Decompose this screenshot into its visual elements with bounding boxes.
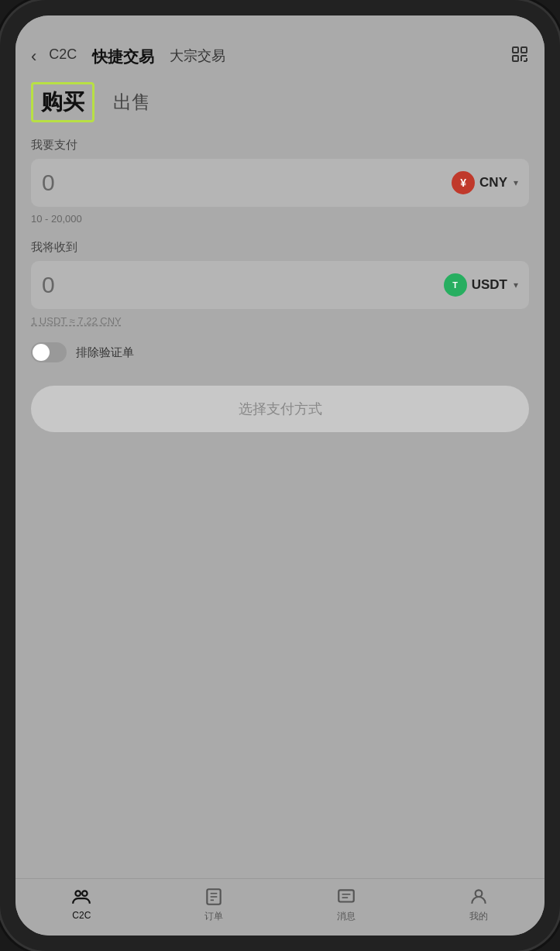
svg-point-16 xyxy=(475,890,482,897)
bottom-nav-profile-label: 我的 xyxy=(469,910,488,923)
tab-buy[interactable]: 购买 xyxy=(31,82,94,122)
bottom-nav: C2C 订单 消息 xyxy=(15,878,545,936)
tab-quick-trade[interactable]: 快捷交易 xyxy=(92,46,154,67)
cny-name: CNY xyxy=(479,175,507,191)
main-content: 购买 出售 我要支付 0 ¥ CNY ▾ 10 - 20,000 我将收到 0 xyxy=(15,74,545,878)
profile-icon xyxy=(469,887,489,907)
receive-input-row[interactable]: 0 T USDT ▾ xyxy=(31,261,529,309)
cny-currency-selector[interactable]: ¥ CNY ▾ xyxy=(452,171,518,194)
toggle-row: 排除验证单 xyxy=(31,342,529,362)
receive-section-label: 我将收到 xyxy=(31,240,529,255)
pay-section-label: 我要支付 xyxy=(31,138,529,153)
nav-tabs: C2C 快捷交易 大宗交易 xyxy=(49,46,498,67)
exclude-verification-toggle[interactable] xyxy=(31,342,67,362)
tab-block-trade[interactable]: 大宗交易 xyxy=(170,46,225,67)
order-icon xyxy=(204,887,224,907)
usdt-dropdown-arrow: ▾ xyxy=(514,280,518,290)
phone-frame: ‹ C2C 快捷交易 大宗交易 xyxy=(0,0,560,951)
toggle-label: 排除验证单 xyxy=(76,345,134,360)
bottom-nav-profile[interactable]: 我的 xyxy=(412,887,545,923)
bottom-nav-messages[interactable]: 消息 xyxy=(280,887,413,923)
c2c-icon xyxy=(71,887,91,907)
svg-point-8 xyxy=(82,891,88,896)
pay-value: 0 xyxy=(42,170,452,196)
pay-input-row[interactable]: 0 ¥ CNY ▾ xyxy=(31,159,529,207)
receive-value: 0 xyxy=(42,272,444,298)
bottom-nav-c2c[interactable]: C2C xyxy=(15,887,148,923)
payment-method-button[interactable]: 选择支付方式 xyxy=(31,386,529,432)
bottom-nav-c2c-label: C2C xyxy=(72,910,91,921)
usdt-currency-selector[interactable]: T USDT ▾ xyxy=(444,273,518,297)
svg-rect-1 xyxy=(521,47,527,53)
svg-rect-0 xyxy=(513,47,518,53)
exchange-rate: 1 USDT ≈ 7.22 CNY xyxy=(31,315,529,327)
range-text: 10 - 20,000 xyxy=(31,213,529,225)
bottom-nav-orders-label: 订单 xyxy=(204,910,223,923)
usdt-name: USDT xyxy=(472,277,507,293)
spacer xyxy=(31,448,529,878)
svg-rect-13 xyxy=(338,890,354,901)
bottom-nav-messages-label: 消息 xyxy=(337,910,356,923)
cny-icon: ¥ xyxy=(452,171,475,194)
scan-icon[interactable] xyxy=(510,45,529,68)
status-bar xyxy=(15,15,545,39)
back-button[interactable]: ‹ xyxy=(31,46,36,67)
top-nav: ‹ C2C 快捷交易 大宗交易 xyxy=(15,39,545,74)
tab-c2c[interactable]: C2C xyxy=(49,46,77,67)
usdt-icon: T xyxy=(444,273,467,297)
svg-point-7 xyxy=(76,891,81,896)
phone-screen: ‹ C2C 快捷交易 大宗交易 xyxy=(15,15,545,936)
tab-sell[interactable]: 出售 xyxy=(113,90,150,115)
bottom-nav-orders[interactable]: 订单 xyxy=(148,887,280,923)
message-icon xyxy=(336,887,356,907)
cny-dropdown-arrow: ▾ xyxy=(514,177,518,188)
buy-sell-tabs: 购买 出售 xyxy=(31,82,529,122)
svg-rect-2 xyxy=(513,56,518,61)
